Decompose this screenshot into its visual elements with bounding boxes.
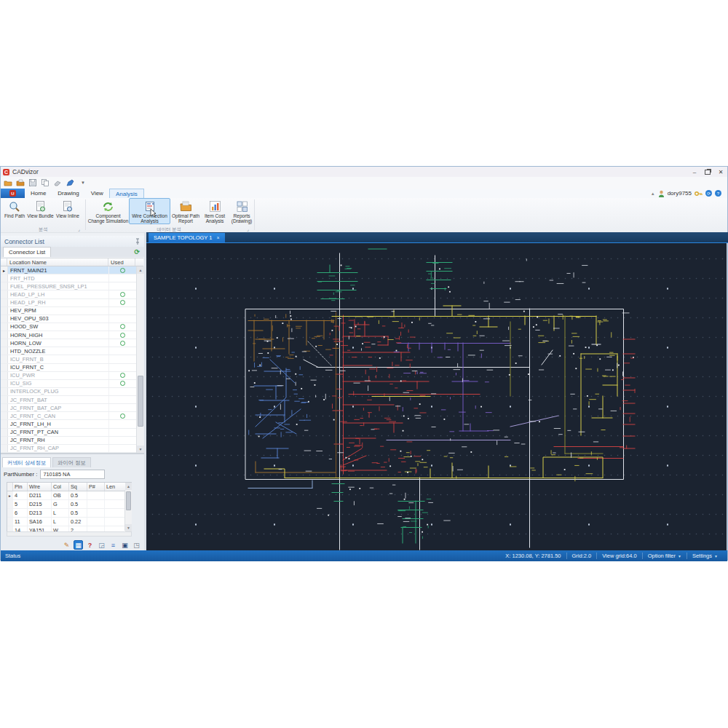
- column-pn[interactable]: P#: [87, 483, 105, 491]
- grid-setting[interactable]: Grid:2.0: [566, 553, 597, 559]
- scroll-down-icon[interactable]: ▼: [125, 524, 132, 531]
- collapse-caret-icon[interactable]: ▲: [651, 191, 655, 196]
- tab-connector-detail[interactable]: 커넥터 상세정보: [2, 457, 51, 467]
- tab-view[interactable]: View: [85, 189, 109, 198]
- column-used[interactable]: Used: [108, 258, 135, 266]
- monitor-icon[interactable]: ▣: [120, 540, 130, 550]
- dialog-launcher-icon[interactable]: ⌟: [247, 226, 249, 232]
- export-chart-icon[interactable]: ◳: [132, 540, 141, 550]
- pin-wire-row[interactable]: 11SA16L0.22: [7, 518, 131, 526]
- list-scrollbar[interactable]: ▲ ▼: [136, 266, 143, 453]
- minimize-icon[interactable]: –: [688, 167, 701, 177]
- connector-row[interactable]: JC_FRNT_C_CAN: [1, 412, 136, 420]
- tab-analysis[interactable]: Analysis: [109, 189, 144, 198]
- topology-canvas[interactable]: [146, 243, 727, 550]
- scroll-up-icon[interactable]: ▲: [137, 266, 144, 274]
- connector-row[interactable]: ICU_SIG: [1, 380, 136, 388]
- document-tab[interactable]: SAMPLE TOPOLOGY 1 ×: [149, 233, 225, 242]
- panel-splitter[interactable]: [144, 232, 146, 550]
- column-pin[interactable]: Pin: [13, 483, 28, 491]
- help-icon[interactable]: ?: [715, 190, 721, 197]
- copy-icon[interactable]: [41, 179, 50, 187]
- connector-row[interactable]: JC_FRNT_RH_CAP: [1, 445, 136, 453]
- tab-wire-info[interactable]: 와이어 정보: [52, 457, 91, 467]
- optimal-path-report-button[interactable]: Optimal Path Report: [170, 198, 201, 226]
- edit-pen-icon[interactable]: [66, 179, 74, 187]
- save-icon[interactable]: [28, 179, 37, 187]
- table-tool-icon[interactable]: ▦: [74, 540, 83, 550]
- close-icon[interactable]: ✕: [714, 167, 727, 177]
- sync-icon[interactable]: ⟳: [705, 190, 712, 197]
- table-scrollbar[interactable]: ▲ ▼: [124, 490, 132, 531]
- connector-row[interactable]: ICU_FRNT_C: [1, 364, 136, 372]
- cell: [87, 491, 105, 499]
- user-area: ▲ dory9755 ⟳ ?: [651, 190, 727, 197]
- scroll-thumb[interactable]: [126, 491, 131, 510]
- connector-row[interactable]: ICU_PWR: [1, 372, 136, 380]
- column-len[interactable]: Len: [105, 483, 125, 491]
- connector-row[interactable]: JC_FRNT_BAT: [1, 396, 136, 404]
- tab-home[interactable]: Home: [25, 189, 52, 198]
- pin-wire-row[interactable]: ▸4D211OB0.5: [7, 491, 131, 500]
- cell: D213: [28, 509, 52, 517]
- brush-tool-icon[interactable]: ✎: [62, 540, 71, 550]
- connector-row[interactable]: JC_FRNT_LH_H: [1, 420, 136, 428]
- scroll-thumb[interactable]: [138, 376, 143, 427]
- close-tab-icon[interactable]: ×: [216, 235, 219, 240]
- connector-row[interactable]: ▸FRNT_MAIN21: [1, 266, 136, 274]
- column-location-name[interactable]: Location Name: [7, 258, 108, 266]
- connector-row[interactable]: ICU_FRNT_B: [1, 355, 136, 363]
- connector-row[interactable]: HEAD_LP_RH: [1, 299, 136, 307]
- component-change-simulation-button[interactable]: Component Change Simulation: [87, 198, 129, 226]
- reports-drawing-button[interactable]: Reports (Drawing): [229, 198, 255, 226]
- column-col[interactable]: Col: [52, 483, 69, 491]
- group-caption-analysis: 분석: [2, 226, 84, 232]
- connector-row[interactable]: JC_FRNT_RH: [1, 437, 136, 445]
- find-path-button[interactable]: Find Path: [2, 198, 27, 226]
- connector-row[interactable]: FUEL_PRESSURE_SNSR_LP1: [1, 282, 136, 290]
- import-folder-icon[interactable]: [16, 179, 25, 187]
- connector-row[interactable]: INTERLOCK_PLUG: [1, 388, 136, 396]
- connector-row[interactable]: FRT_HTD: [1, 274, 136, 282]
- scroll-down-icon[interactable]: ▼: [137, 446, 144, 453]
- layers-icon[interactable]: ≡: [108, 540, 118, 550]
- pin-wire-row[interactable]: 5D215G0.5: [7, 500, 131, 509]
- settings-dropdown[interactable]: Settings▼: [687, 553, 723, 559]
- column-wire[interactable]: Wire: [28, 483, 52, 491]
- column-sq[interactable]: Sq: [69, 483, 87, 491]
- table-hscrollbar[interactable]: [7, 531, 132, 537]
- item-cost-analysis-button[interactable]: Item Cost Analysis: [201, 198, 229, 226]
- option-filter-dropdown[interactable]: Option filter▼: [642, 553, 687, 559]
- zoom-doc-icon[interactable]: ◲: [97, 540, 106, 550]
- connector-list-tab[interactable]: Connector List: [3, 247, 51, 257]
- pin-icon[interactable]: [135, 238, 141, 245]
- tab-drawing[interactable]: Drawing: [52, 189, 84, 198]
- file-button[interactable]: U: [1, 189, 25, 198]
- pin-wire-row[interactable]: 6D213L0.5: [7, 509, 131, 518]
- scroll-up-icon[interactable]: ▲: [125, 483, 132, 490]
- connector-row[interactable]: HTD_NOZZLE: [1, 347, 136, 355]
- dropdown-caret-icon[interactable]: ▼: [81, 181, 85, 185]
- used-cell: [109, 404, 136, 411]
- user-name[interactable]: dory9755: [668, 190, 692, 197]
- connector-row[interactable]: HEAD_LP_LH: [1, 290, 136, 298]
- connector-row[interactable]: HEV_OPU_S03: [1, 315, 136, 323]
- view-grid-setting[interactable]: View grid:64.0: [596, 553, 641, 559]
- connector-row[interactable]: HORN_HIGH: [1, 331, 136, 339]
- connector-row[interactable]: HORN_LOW: [1, 339, 136, 347]
- refresh-icon[interactable]: ⟳: [134, 249, 140, 256]
- open-folder-icon[interactable]: [4, 179, 12, 187]
- wire-query-icon[interactable]: ?: [85, 540, 95, 550]
- connector-row[interactable]: JC_FRNT_PT_CAN: [1, 429, 136, 437]
- connector-row[interactable]: HEV_RPM: [1, 307, 136, 315]
- key-icon[interactable]: [695, 191, 703, 197]
- connector-row[interactable]: JC_FRNT_BAT_CAP: [1, 404, 136, 412]
- restore-icon[interactable]: [701, 167, 714, 177]
- dialog-launcher-icon[interactable]: ⌟: [78, 226, 80, 232]
- view-inline-button[interactable]: View Inline: [54, 198, 82, 226]
- part-number-field[interactable]: 710185 NA: [40, 470, 105, 479]
- eraser-icon[interactable]: [53, 179, 62, 187]
- location-name: INTERLOCK_PLUG: [8, 388, 109, 395]
- view-bundle-button[interactable]: View Bundle: [27, 198, 54, 226]
- connector-row[interactable]: HOOD_SW: [1, 323, 136, 331]
